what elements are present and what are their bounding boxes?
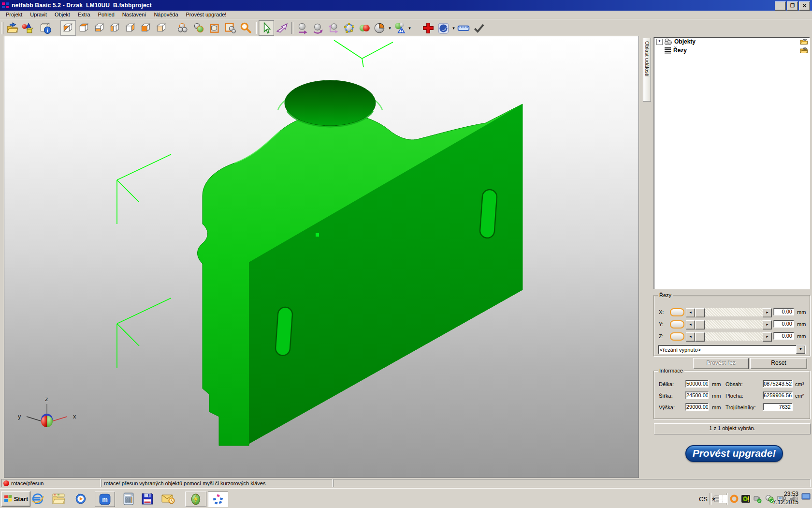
validate-icon[interactable] xyxy=(472,21,486,35)
triangles-value[interactable]: 7632 xyxy=(763,403,793,411)
transform-tool-icon[interactable] xyxy=(275,21,290,35)
ql-spybot-icon[interactable] xyxy=(185,492,206,507)
menu-projekt[interactable]: Projekt xyxy=(2,11,26,18)
ql-outlook-icon[interactable] xyxy=(160,492,176,506)
close-button[interactable]: ✕ xyxy=(799,1,810,11)
cut-y-slider[interactable]: ◄ ► xyxy=(686,320,772,329)
viewport-3d[interactable]: z y x xyxy=(4,36,639,478)
start-button[interactable]: Start xyxy=(1,491,30,507)
surface-repair-dropdown-icon[interactable]: ▾ xyxy=(451,26,456,30)
cut-z-slider[interactable]: ◄ ► xyxy=(686,332,772,341)
scroll-right-icon[interactable]: ► xyxy=(763,320,772,329)
cut-mode-dropdown[interactable]: <řezání vypnuto> ▼ xyxy=(658,345,806,354)
tray-chevron-icon[interactable]: « xyxy=(710,497,718,500)
show-all-icon[interactable] xyxy=(223,21,237,35)
reset-button[interactable]: Reset xyxy=(750,358,807,369)
show-desktop-button[interactable] xyxy=(801,493,811,502)
slider-track[interactable] xyxy=(705,320,763,329)
cut-x-value-input[interactable]: 0.00 xyxy=(773,308,794,315)
scroll-left-icon[interactable]: ◄ xyxy=(686,320,695,329)
dropdown-arrow-icon[interactable]: ▼ xyxy=(796,345,805,354)
show-parts-icon[interactable] xyxy=(176,21,191,35)
cut-x-slider[interactable]: ◄ ► xyxy=(686,308,772,316)
tree-row-cuts[interactable]: Řezy xyxy=(654,46,810,55)
zoom-icon[interactable] xyxy=(238,21,253,35)
cut-z-toggle-button[interactable] xyxy=(670,332,684,341)
execute-cut-button[interactable]: Provést řez xyxy=(693,358,749,369)
menu-napoveda[interactable]: Nápověda xyxy=(150,11,182,18)
height-value[interactable]: 29000.00 xyxy=(685,403,709,411)
scroll-right-icon[interactable]: ► xyxy=(763,332,772,342)
view-right-icon[interactable] xyxy=(123,21,138,35)
view-top-icon[interactable] xyxy=(77,21,91,35)
measure-icon[interactable] xyxy=(456,21,471,35)
cut-y-value-input[interactable]: 0.00 xyxy=(773,320,794,328)
ql-ie-icon[interactable] xyxy=(30,492,45,506)
menu-extra[interactable]: Extra xyxy=(74,11,94,18)
scale-tool-icon[interactable] xyxy=(326,21,341,35)
area-value[interactable]: 6259906.56 xyxy=(763,391,793,399)
slider-thumb[interactable] xyxy=(695,308,705,317)
slider-thumb[interactable] xyxy=(695,332,705,342)
rotate-tool-icon[interactable] xyxy=(311,21,325,35)
shells-warning-icon[interactable] xyxy=(392,21,407,35)
show-selected-icon[interactable] xyxy=(192,21,206,35)
move-tool-icon[interactable] xyxy=(295,21,310,35)
length-value[interactable]: 50000.00 xyxy=(685,380,709,388)
scroll-left-icon[interactable]: ◄ xyxy=(686,332,695,342)
tree-objects-label[interactable]: Objekty xyxy=(674,38,696,45)
slider-track[interactable] xyxy=(705,308,763,316)
tray-nvidia-icon[interactable] xyxy=(741,494,750,503)
tray-usb-icon[interactable] xyxy=(753,494,762,503)
cut-pie-icon[interactable] xyxy=(373,21,387,35)
edit-mesh-icon[interactable] xyxy=(342,21,356,35)
events-area-tab[interactable]: Oblast událostí xyxy=(643,38,651,102)
view-isometric-icon[interactable] xyxy=(60,20,76,36)
menu-pohled[interactable]: Pohled xyxy=(94,11,118,18)
ql-wmp-icon[interactable] xyxy=(73,492,89,506)
collision-check-icon[interactable] xyxy=(357,21,372,35)
tree-row-objects[interactable]: + Objekty xyxy=(654,37,810,46)
ql-explorer-icon[interactable] xyxy=(51,492,66,506)
view-left-icon[interactable] xyxy=(108,21,122,35)
shells-dropdown-icon[interactable]: ▾ xyxy=(407,26,412,30)
cut-y-toggle-button[interactable] xyxy=(670,320,684,329)
tray-clock[interactable]: 23:53 7.12.2015 xyxy=(773,490,798,507)
cut-x-toggle-button[interactable] xyxy=(670,308,684,316)
open-folder-icon[interactable] xyxy=(800,47,808,54)
ql-calculator-icon[interactable]: 0 xyxy=(121,492,136,506)
ql-netfabb-icon[interactable] xyxy=(208,492,228,507)
open-folder-icon[interactable] xyxy=(800,38,808,45)
model-bearing-holder[interactable] xyxy=(198,80,523,446)
menu-provest-upgrade[interactable]: Provést upgrade! xyxy=(182,11,231,18)
volume-value[interactable]: 0875243.52 xyxy=(763,380,793,388)
surface-repair-icon[interactable] xyxy=(436,21,451,35)
titlebar[interactable]: netfabb Basic 5.2 - Drzak_LM10UU_B.fabbp… xyxy=(0,0,812,11)
tree-cuts-label[interactable]: Řezy xyxy=(673,47,687,54)
view-back-icon[interactable] xyxy=(154,21,169,35)
minimize-button[interactable]: _ xyxy=(775,1,786,11)
menu-objekt[interactable]: Objekt xyxy=(51,11,74,18)
scroll-left-icon[interactable]: ◄ xyxy=(686,308,695,317)
show-platform-icon[interactable] xyxy=(207,21,222,35)
ql-save-icon[interactable] xyxy=(140,492,155,506)
repair-icon[interactable] xyxy=(421,21,435,35)
project-info-icon[interactable]: i xyxy=(38,21,53,35)
language-indicator[interactable]: CS xyxy=(699,495,708,503)
menu-upravit[interactable]: Upravit xyxy=(26,11,51,18)
add-parts-icon[interactable] xyxy=(20,21,34,35)
slider-track[interactable] xyxy=(705,332,763,341)
scroll-right-icon[interactable]: ► xyxy=(763,308,772,317)
open-project-icon[interactable] xyxy=(5,21,20,35)
cut-pie-dropdown-icon[interactable]: ▾ xyxy=(387,26,392,30)
select-tool-icon[interactable] xyxy=(259,20,274,36)
toolbar-grip[interactable] xyxy=(1,22,3,34)
tray-windows-icon[interactable] xyxy=(719,495,727,503)
ql-maxthon-icon[interactable]: m xyxy=(95,492,115,507)
width-value[interactable]: 24500.00 xyxy=(685,391,709,399)
cut-z-value-input[interactable]: 0.00 xyxy=(773,332,794,340)
upgrade-button[interactable]: Provést upgrade! xyxy=(685,445,783,462)
tray-orange-ring-icon[interactable] xyxy=(730,494,739,503)
expander-icon[interactable]: + xyxy=(656,39,663,45)
menu-nastaveni[interactable]: Nastavení xyxy=(118,11,150,18)
